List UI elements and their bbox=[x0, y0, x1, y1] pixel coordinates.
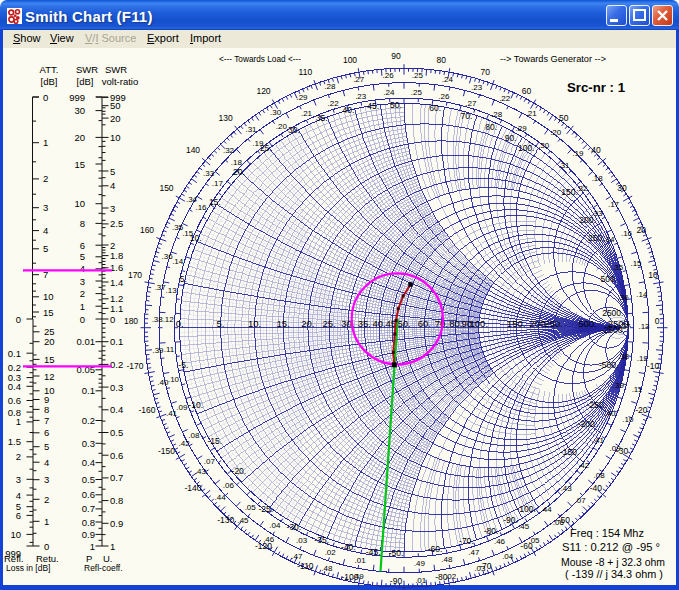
svg-text:5: 5 bbox=[44, 441, 49, 452]
svg-text:10: 10 bbox=[43, 291, 54, 302]
svg-text:10.: 10. bbox=[190, 233, 202, 243]
svg-text:8: 8 bbox=[44, 404, 49, 415]
svg-text:.11: .11 bbox=[164, 345, 175, 354]
svg-text:25.: 25. bbox=[260, 143, 272, 153]
svg-text:0.: 0. bbox=[176, 318, 184, 329]
svg-text:.09: .09 bbox=[610, 444, 622, 453]
svg-text:.07: .07 bbox=[575, 496, 587, 505]
svg-text:25.: 25. bbox=[323, 318, 336, 329]
svg-text:.26: .26 bbox=[438, 92, 450, 101]
svg-text:SWR: SWR bbox=[76, 64, 98, 75]
svg-text:0.6: 0.6 bbox=[8, 395, 21, 406]
svg-text:6: 6 bbox=[44, 427, 49, 438]
svg-text:-250.: -250. bbox=[587, 400, 606, 410]
svg-text:3: 3 bbox=[80, 276, 85, 287]
svg-text:10: 10 bbox=[74, 198, 85, 209]
svg-text:( -139 // j 34.3 ohm ): ( -139 // j 34.3 ohm ) bbox=[565, 568, 663, 580]
svg-text:10.: 10. bbox=[248, 318, 261, 329]
svg-text:6: 6 bbox=[16, 510, 21, 521]
svg-text:10: 10 bbox=[10, 529, 21, 540]
svg-text:30: 30 bbox=[617, 183, 627, 193]
svg-text:volt-ratio: volt-ratio bbox=[102, 76, 138, 87]
svg-text:0.7: 0.7 bbox=[110, 472, 123, 483]
svg-text:.48: .48 bbox=[441, 555, 453, 564]
svg-text:200.: 200. bbox=[579, 215, 596, 225]
svg-text:1.1: 1.1 bbox=[110, 303, 123, 314]
svg-text:-110: -110 bbox=[297, 561, 314, 571]
svg-text:-80.: -80. bbox=[484, 526, 499, 536]
svg-text:20: 20 bbox=[110, 113, 121, 124]
svg-text:.10: .10 bbox=[622, 415, 634, 424]
svg-text:0.5: 0.5 bbox=[110, 427, 123, 438]
svg-text:.09: .09 bbox=[176, 403, 188, 412]
svg-text:0.4: 0.4 bbox=[8, 381, 21, 392]
svg-text:.43: .43 bbox=[561, 484, 573, 493]
svg-text:.01: .01 bbox=[415, 576, 427, 585]
svg-text:-130: -130 bbox=[217, 515, 234, 525]
svg-text:.38: .38 bbox=[618, 352, 630, 361]
svg-text:4: 4 bbox=[44, 457, 49, 468]
svg-text:0.4: 0.4 bbox=[110, 404, 123, 415]
svg-text:0.3: 0.3 bbox=[82, 438, 95, 449]
svg-text:.05: .05 bbox=[245, 503, 257, 512]
svg-text:1.4: 1.4 bbox=[110, 277, 123, 288]
svg-text:170: 170 bbox=[128, 270, 142, 280]
svg-text:2.5: 2.5 bbox=[110, 218, 123, 229]
svg-text:.44: .44 bbox=[215, 493, 227, 502]
svg-text:.46: .46 bbox=[494, 537, 506, 546]
svg-text:80.: 80. bbox=[485, 122, 497, 132]
svg-text:20: 20 bbox=[637, 225, 647, 235]
svg-text:-170: -170 bbox=[126, 361, 143, 371]
svg-text:3: 3 bbox=[16, 474, 21, 485]
svg-text:-20.: -20. bbox=[232, 466, 247, 476]
svg-text:100: 100 bbox=[343, 55, 357, 65]
svg-text:2: 2 bbox=[80, 288, 85, 299]
svg-text:0.2: 0.2 bbox=[110, 359, 123, 370]
svg-text:-2500.: -2500. bbox=[601, 325, 625, 335]
svg-text:.16: .16 bbox=[195, 203, 207, 212]
svg-text:.13: .13 bbox=[638, 322, 650, 331]
svg-text:45.: 45. bbox=[367, 101, 379, 111]
svg-text:6: 6 bbox=[80, 240, 85, 251]
svg-text:Freq : 154 Mhz: Freq : 154 Mhz bbox=[570, 527, 644, 539]
svg-text:<--- Towards Load <---: <--- Towards Load <--- bbox=[219, 53, 301, 64]
svg-text:.17: .17 bbox=[212, 179, 224, 188]
svg-text:2: 2 bbox=[43, 173, 48, 184]
svg-text:.02: .02 bbox=[445, 572, 457, 581]
svg-text:.23: .23 bbox=[471, 83, 483, 92]
svg-text:Loss in [dB]: Loss in [dB] bbox=[6, 563, 50, 573]
svg-text:15.: 15. bbox=[209, 197, 221, 207]
svg-text:-45.: -45. bbox=[366, 547, 381, 557]
svg-text:-15.: -15. bbox=[207, 436, 222, 446]
svg-text:-40: -40 bbox=[590, 483, 603, 493]
svg-text:80.: 80. bbox=[449, 318, 462, 329]
svg-text:.28: .28 bbox=[324, 82, 336, 91]
svg-text:0: 0 bbox=[44, 541, 49, 552]
svg-text:.30: .30 bbox=[270, 108, 282, 117]
svg-text:3: 3 bbox=[110, 203, 115, 214]
svg-text:.03: .03 bbox=[296, 536, 308, 545]
svg-text:.42: .42 bbox=[578, 461, 590, 470]
svg-text:-10: -10 bbox=[647, 361, 660, 371]
svg-text:1: 1 bbox=[44, 516, 49, 527]
svg-text:.12: .12 bbox=[637, 354, 649, 363]
svg-text:.39: .39 bbox=[613, 381, 625, 390]
svg-text:150.: 150. bbox=[507, 318, 526, 329]
svg-text:.19: .19 bbox=[572, 149, 584, 158]
svg-text:3: 3 bbox=[44, 474, 49, 485]
svg-text:5: 5 bbox=[110, 166, 115, 177]
svg-text:.27: .27 bbox=[465, 99, 477, 108]
svg-text:20: 20 bbox=[74, 132, 85, 143]
svg-text:1.5: 1.5 bbox=[8, 436, 21, 447]
svg-text:130: 130 bbox=[219, 113, 233, 123]
svg-text:.49: .49 bbox=[414, 559, 426, 568]
svg-text:70: 70 bbox=[481, 67, 491, 77]
svg-text:20.: 20. bbox=[233, 167, 245, 177]
svg-text:0.9: 0.9 bbox=[82, 529, 95, 540]
svg-text:-40.: -40. bbox=[341, 542, 356, 552]
svg-text:-70.: -70. bbox=[459, 536, 474, 546]
svg-text:.25: .25 bbox=[411, 88, 423, 97]
svg-text:-200.: -200. bbox=[578, 419, 597, 429]
svg-text:20: 20 bbox=[44, 336, 55, 347]
svg-text:.29: .29 bbox=[296, 93, 308, 102]
